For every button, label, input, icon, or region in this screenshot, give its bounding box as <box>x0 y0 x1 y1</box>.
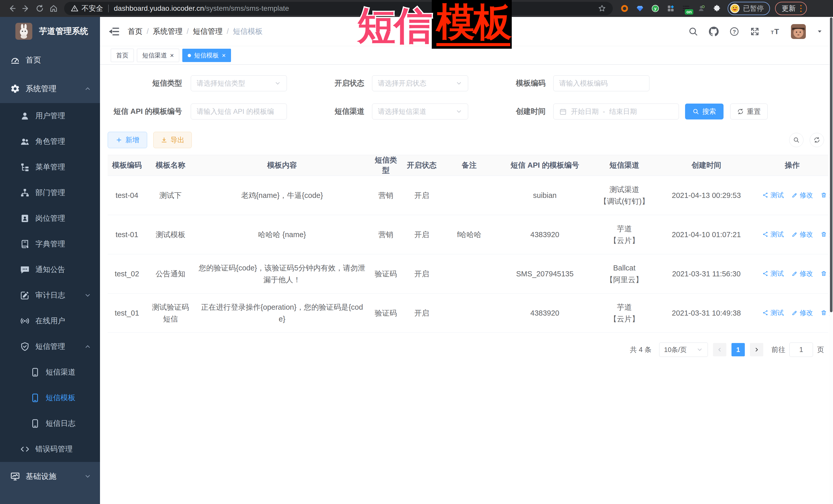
cell-name: 测试验证码短信 <box>146 293 195 333</box>
test-link[interactable]: 测试 <box>762 307 784 319</box>
api-template-input-wrap <box>191 103 287 119</box>
browser-update-button[interactable]: 更新 <box>775 2 807 15</box>
sidebar-item-sms-management[interactable]: 短信管理 <box>0 334 100 359</box>
avatar[interactable] <box>791 24 806 39</box>
status-select[interactable]: 请选择开启状态 <box>372 75 468 91</box>
tab-sms-template[interactable]: 短信模板 × <box>182 49 231 62</box>
add-button[interactable]: 新增 <box>108 132 147 148</box>
sidebar-item-system-management[interactable]: 系统管理 <box>0 74 100 103</box>
goto-label: 前往 <box>771 345 785 354</box>
edit-link[interactable]: 修改 <box>791 307 813 319</box>
channel-select[interactable]: 请选择短信渠道 <box>372 103 468 119</box>
sidebar-item-error-code-management[interactable]: 错误码管理 <box>0 436 100 462</box>
refresh-table-button[interactable] <box>810 133 824 147</box>
sidebar-item-infrastructure[interactable]: 基础设施 <box>0 462 100 491</box>
font-size-icon[interactable]: TT <box>770 27 780 37</box>
extension-orange-ring-icon[interactable] <box>620 4 629 13</box>
prev-page-button[interactable] <box>713 343 727 356</box>
tab-home[interactable]: 首页 <box>111 49 134 62</box>
browser-back-button[interactable] <box>5 2 19 16</box>
extension-list-icon[interactable]: on <box>682 4 690 13</box>
next-page-button[interactable] <box>750 343 763 356</box>
goto-page-input[interactable] <box>789 342 813 357</box>
export-button[interactable]: 导出 <box>153 132 192 148</box>
sidebar-item-menu-management[interactable]: 菜单管理 <box>0 154 100 180</box>
sidebar-item-department-management[interactable]: 部门管理 <box>0 180 100 206</box>
test-link[interactable]: 测试 <box>762 189 784 201</box>
toggle-search-button[interactable] <box>789 133 804 147</box>
tab-close-icon[interactable]: × <box>170 52 174 59</box>
api-template-input[interactable] <box>197 108 281 116</box>
extension-y-icon[interactable]: y <box>651 4 660 13</box>
tab-close-icon[interactable]: × <box>222 52 225 59</box>
reset-button[interactable]: 重置 <box>730 103 768 119</box>
cell-remark <box>441 293 497 333</box>
bookmark-star-icon[interactable] <box>598 4 606 13</box>
date-range-picker[interactable]: 开始日期 - 结束日期 <box>553 103 679 119</box>
sidebar-item-dict-management[interactable]: 字典管理 <box>0 231 100 257</box>
browser-reload-button[interactable] <box>33 2 47 16</box>
search-icon[interactable] <box>688 27 698 37</box>
caret-down-icon[interactable] <box>816 28 823 34</box>
cell-status: 开启 <box>403 254 441 293</box>
dictionary-icon <box>20 239 30 249</box>
channel-name: 测试渠道 <box>595 184 653 195</box>
browser-home-button[interactable] <box>47 2 61 16</box>
test-link[interactable]: 测试 <box>762 268 784 280</box>
test-link[interactable]: 测试 <box>762 229 784 240</box>
gear-icon <box>10 84 20 94</box>
address-divider <box>108 5 109 12</box>
refresh-icon <box>813 137 820 143</box>
sidebar-item-user-management[interactable]: 用户管理 <box>0 103 100 129</box>
address-bar[interactable]: 不安全 dashboard.yudao.iocoder.cn/system/sm… <box>64 2 613 15</box>
tab-label: 短信模板 <box>194 51 219 59</box>
column-header: 短信类型 <box>369 155 403 176</box>
cell-content: 正在进行登录操作{operation}，您的验证码是{code} <box>195 293 369 333</box>
tab-sms-channel[interactable]: 短信渠道 × <box>137 49 179 62</box>
sidebar-collapse-icon[interactable] <box>109 26 120 37</box>
extension-grid-icon[interactable] <box>667 4 675 13</box>
edit-link[interactable]: 修改 <box>791 268 813 280</box>
extension-search-person-icon[interactable] <box>697 4 706 13</box>
help-icon[interactable]: ? <box>730 27 739 37</box>
template-code-input[interactable] <box>559 79 644 88</box>
chevron-up-icon <box>84 343 91 350</box>
page-size-select[interactable]: 10条/页 <box>659 342 708 357</box>
breadcrumb-home[interactable]: 首页 <box>128 26 143 37</box>
extension-gem-icon[interactable] <box>636 4 644 13</box>
scrollbar-track[interactable] <box>829 17 833 504</box>
search-button[interactable]: 搜索 <box>685 103 723 119</box>
cell-code: test_01 <box>108 293 146 333</box>
browser-profile-button[interactable]: 已暂停 <box>728 2 770 15</box>
column-header: 模板内容 <box>195 155 369 176</box>
sidebar-item-online-users[interactable]: 在线用户 <box>0 308 100 334</box>
browser-chrome: 不安全 dashboard.yudao.iocoder.cn/system/sm… <box>0 0 833 17</box>
sidebar-logo[interactable]: 芋道管理系统 <box>0 17 100 46</box>
sidebar-item-sms-template[interactable]: 短信模板 <box>0 385 100 411</box>
edit-link[interactable]: 修改 <box>791 229 813 240</box>
sidebar-item-audit-log[interactable]: 审计日志 <box>0 283 100 308</box>
chevron-down-icon <box>696 346 703 353</box>
sidebar-item-sms-channel[interactable]: 短信渠道 <box>0 359 100 385</box>
sidebar-item-sms-log[interactable]: 短信日志 <box>0 411 100 436</box>
page-number-button[interactable]: 1 <box>732 343 745 356</box>
code-icon <box>20 444 30 454</box>
browser-forward-button[interactable] <box>19 2 33 16</box>
sidebar-item-notice-announcement[interactable]: 通知公告 <box>0 257 100 283</box>
scrollbar-thumb[interactable] <box>830 18 832 312</box>
table-toolbar: 新增 导出 <box>108 132 828 148</box>
github-icon[interactable] <box>709 27 719 37</box>
edit-link[interactable]: 修改 <box>791 189 813 201</box>
fullscreen-icon[interactable] <box>750 27 760 37</box>
breadcrumb-sms[interactable]: 短信管理 <box>193 26 222 37</box>
sms-type-select[interactable]: 请选择短信类型 <box>191 75 287 91</box>
browser-menu-icon[interactable] <box>800 4 802 13</box>
breadcrumb-system[interactable]: 系统管理 <box>153 26 183 37</box>
cell-code: test_02 <box>108 254 146 293</box>
sidebar-item-post-management[interactable]: 岗位管理 <box>0 206 100 231</box>
sidebar-item-home[interactable]: 首页 <box>0 46 100 74</box>
cell-api-id: SMS_207945135 <box>497 254 592 293</box>
extensions-puzzle-icon[interactable] <box>713 4 721 13</box>
sidebar-item-role-management[interactable]: 角色管理 <box>0 129 100 154</box>
table-header-row: 模板编码 模板名称 模板内容 短信类型 开启状态 备注 短信 API 的模板编号… <box>108 155 828 176</box>
